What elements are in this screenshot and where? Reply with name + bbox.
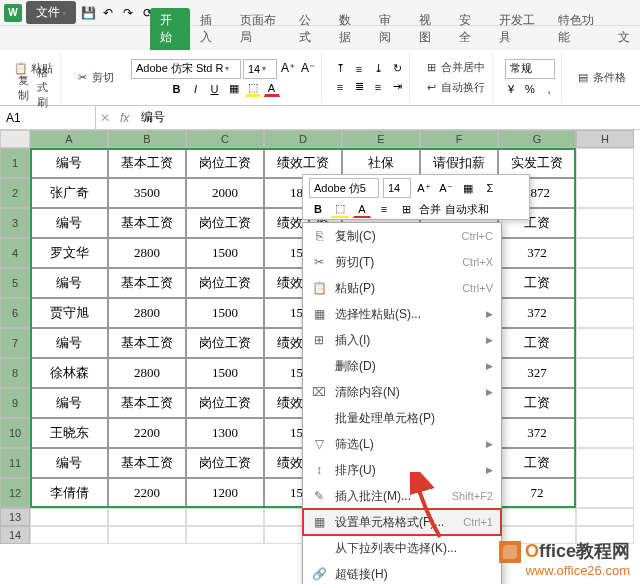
cell[interactable]: 1500 [186, 238, 264, 268]
cell[interactable]: 基本工资 [108, 268, 186, 298]
cell[interactable]: 2200 [108, 418, 186, 448]
cell[interactable]: 基本工资 [108, 148, 186, 178]
mini-merge-label[interactable]: 合并 [419, 202, 441, 217]
context-menu-item[interactable]: 从下拉列表中选择(K)... [303, 535, 501, 561]
align-top-icon[interactable]: ⤒ [332, 61, 348, 77]
cell[interactable]: 徐林森 [30, 358, 108, 388]
cell[interactable]: 基本工资 [108, 448, 186, 478]
tab-security[interactable]: 安全 [449, 8, 489, 50]
cell[interactable]: 2800 [108, 358, 186, 388]
cell[interactable]: 372 [498, 298, 576, 328]
cell[interactable]: 岗位工资 [186, 388, 264, 418]
tab-data[interactable]: 数据 [329, 8, 369, 50]
context-menu-item[interactable]: ▽筛选(L)▶ [303, 431, 501, 457]
col-header-B[interactable]: B [108, 130, 186, 148]
cell[interactable] [30, 508, 108, 526]
cell[interactable] [576, 148, 634, 178]
cell[interactable] [576, 358, 634, 388]
cell[interactable]: 327 [498, 358, 576, 388]
cell[interactable]: 工资 [498, 328, 576, 358]
col-header-G[interactable]: G [498, 130, 576, 148]
bold-icon[interactable]: B [169, 81, 185, 97]
decrease-font-icon[interactable]: A⁻ [299, 59, 317, 77]
cell[interactable]: 岗位工资 [186, 448, 264, 478]
cell[interactable]: 372 [498, 238, 576, 268]
row-header-13[interactable]: 13 [0, 508, 30, 526]
cell[interactable]: 岗位工资 [186, 208, 264, 238]
mini-decrease-font-icon[interactable]: A⁻ [437, 179, 455, 197]
indent-icon[interactable]: ⇥ [389, 79, 405, 95]
tab-view[interactable]: 视图 [409, 8, 449, 50]
cell[interactable] [576, 418, 634, 448]
row-header-2[interactable]: 2 [0, 178, 30, 208]
mini-size-select[interactable]: 14 [383, 178, 411, 198]
merge-center-button[interactable]: ⊞合并居中 [420, 59, 488, 77]
formula-input[interactable]: 编号 [135, 109, 171, 126]
tab-home[interactable]: 开始 [150, 8, 190, 50]
tab-insert[interactable]: 插入 [190, 8, 230, 50]
mini-fill-icon[interactable]: ⬚ [331, 200, 349, 218]
row-header-1[interactable]: 1 [0, 148, 30, 178]
mini-increase-font-icon[interactable]: A⁺ [415, 179, 433, 197]
row-header-9[interactable]: 9 [0, 388, 30, 418]
row-header-7[interactable]: 7 [0, 328, 30, 358]
cell[interactable]: 372 [498, 418, 576, 448]
currency-icon[interactable]: ¥ [503, 81, 519, 97]
row-header-5[interactable]: 5 [0, 268, 30, 298]
cell[interactable] [576, 388, 634, 418]
tab-layout[interactable]: 页面布局 [230, 8, 290, 50]
cell[interactable]: 工资 [498, 388, 576, 418]
col-header-H[interactable]: H [576, 130, 634, 148]
cancel-icon[interactable]: ✕ [96, 111, 114, 125]
row-header-11[interactable]: 11 [0, 448, 30, 478]
increase-font-icon[interactable]: A⁺ [279, 59, 297, 77]
align-right-icon[interactable]: ≡ [370, 79, 386, 95]
cell[interactable]: 工资 [498, 448, 576, 478]
undo-icon[interactable]: ↶ [100, 5, 116, 21]
cell[interactable]: 3500 [108, 178, 186, 208]
context-menu-item[interactable]: ↕排序(U)▶ [303, 457, 501, 483]
col-header-C[interactable]: C [186, 130, 264, 148]
cell[interactable]: 2000 [186, 178, 264, 208]
col-header-F[interactable]: F [420, 130, 498, 148]
context-menu-item[interactable]: ✎插入批注(M)...Shift+F2 [303, 483, 501, 509]
cell[interactable] [576, 448, 634, 478]
cell[interactable]: 编号 [30, 268, 108, 298]
fx-icon[interactable]: fx [114, 111, 135, 125]
tab-features[interactable]: 特色功能 [548, 8, 608, 50]
font-color-icon[interactable]: A [264, 81, 280, 97]
col-header-D[interactable]: D [264, 130, 342, 148]
context-menu-item[interactable]: 删除(D)▶ [303, 353, 501, 379]
mini-merge-icon[interactable]: ⊞ [397, 200, 415, 218]
cell[interactable]: 李倩倩 [30, 478, 108, 508]
align-center-icon[interactable]: ≣ [351, 79, 367, 95]
cell[interactable]: 岗位工资 [186, 268, 264, 298]
col-header-E[interactable]: E [342, 130, 420, 148]
mini-fontcolor-icon[interactable]: A [353, 200, 371, 218]
font-family-select[interactable]: Adobe 仿宋 Std R▾ [131, 59, 241, 79]
cell[interactable] [576, 478, 634, 508]
orientation-icon[interactable]: ↻ [389, 61, 405, 77]
mini-align-icon[interactable]: ≡ [375, 200, 393, 218]
mini-border-icon[interactable]: ▦ [459, 179, 477, 197]
tab-more[interactable]: 文 [608, 25, 640, 50]
context-menu-item[interactable]: 🔗超链接(H) [303, 561, 501, 584]
row-header-12[interactable]: 12 [0, 478, 30, 508]
tab-dev[interactable]: 开发工具 [489, 8, 549, 50]
mini-autosum-label[interactable]: 自动求和 [445, 202, 489, 217]
cell[interactable] [576, 328, 634, 358]
context-menu-item[interactable]: 批量处理单元格(P) [303, 405, 501, 431]
context-menu-item[interactable]: ▦设置单元格格式(F)...Ctrl+1 [303, 509, 501, 535]
cell[interactable]: 工资 [498, 268, 576, 298]
cell[interactable] [576, 238, 634, 268]
font-size-select[interactable]: 14▾ [243, 59, 277, 79]
align-left-icon[interactable]: ≡ [332, 79, 348, 95]
mini-bold-icon[interactable]: B [309, 200, 327, 218]
row-header-14[interactable]: 14 [0, 526, 30, 544]
context-menu-item[interactable]: 📋粘贴(P)Ctrl+V [303, 275, 501, 301]
cell-reference-box[interactable]: A1 [0, 106, 96, 129]
mini-font-select[interactable]: Adobe 仿5 [309, 178, 379, 198]
cell[interactable] [576, 208, 634, 238]
row-header-10[interactable]: 10 [0, 418, 30, 448]
cell[interactable]: 基本工资 [108, 328, 186, 358]
